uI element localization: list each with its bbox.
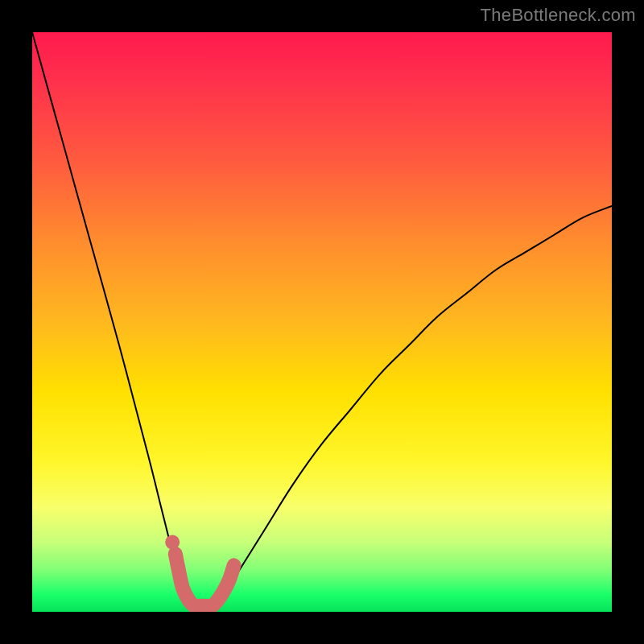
highlight-marker: [165, 535, 180, 550]
watermark-label: TheBottleneck.com: [481, 5, 636, 26]
curve-layer: [32, 32, 612, 612]
bottleneck-curve-path: [32, 32, 612, 606]
plot-area: [32, 32, 612, 612]
chart-frame: TheBottleneck.com: [0, 0, 644, 644]
highlight-bottom-path: [175, 554, 234, 606]
